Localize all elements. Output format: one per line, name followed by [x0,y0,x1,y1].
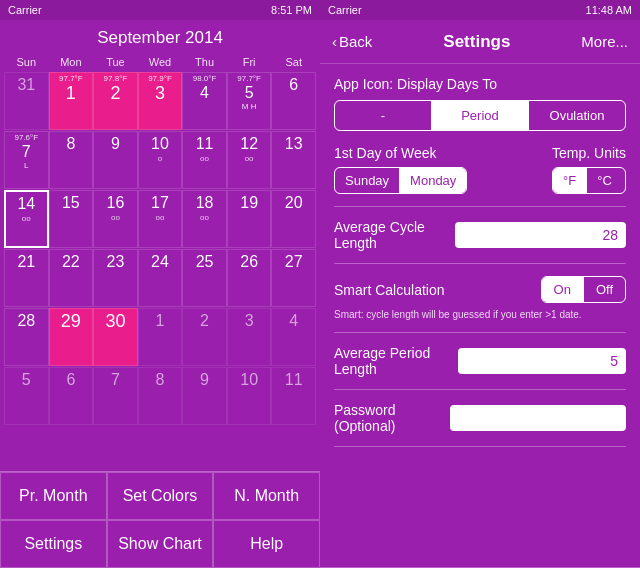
cycle-length-input[interactable] [455,222,626,248]
calendar-day[interactable]: 21 [4,249,49,307]
day-number: 9 [111,134,120,153]
app-icon-dash-btn[interactable]: - [335,101,432,130]
calendar-day[interactable]: 1 [138,308,183,366]
calendar-day[interactable]: 98.0°F4 [182,72,227,130]
calendar-day[interactable]: 13 [271,131,316,189]
calendar-day[interactable]: 24 [138,249,183,307]
week-label: 1st Day of Week Sunday Monday [334,145,467,194]
calendar-day[interactable]: 16oo [93,190,138,248]
calendar-day[interactable]: 19 [227,190,272,248]
calendar-day[interactable]: 6 [49,367,94,425]
calendar-day[interactable]: 97.9°F3 [138,72,183,130]
calendar-day[interactable]: 14oo [4,190,49,248]
calendar-day[interactable]: 25 [182,249,227,307]
day-dots: oo [156,213,165,222]
calendar-day[interactable]: 2 [182,308,227,366]
monday-btn[interactable]: Monday [400,168,466,193]
calendar-day[interactable]: 7 [93,367,138,425]
smart-off-btn[interactable]: Off [584,277,625,302]
period-length-input[interactable] [458,348,626,374]
calendar-day[interactable]: 97.8°F2 [93,72,138,130]
day-number: 26 [240,252,258,271]
calendar-day[interactable]: 97.7°F1 [49,72,94,130]
calendar-day[interactable]: 30 [93,308,138,366]
day-number: 7 [111,370,120,389]
day-number: 8 [66,134,75,153]
calendar-day[interactable]: 15 [49,190,94,248]
smart-calc-row: Smart Calculation On Off [334,276,626,303]
calendar-day[interactable]: 4 [271,308,316,366]
day-temp: 98.0°F [193,75,217,83]
sunday-btn[interactable]: Sunday [335,168,400,193]
day-number: 2 [110,83,120,105]
calendar-day[interactable]: 10 [227,367,272,425]
calendar-day[interactable]: 6 [271,72,316,130]
calendar-week-1: 97.6°F7L8910o11oo12oo13 [4,131,316,189]
week-temp-row: 1st Day of Week Sunday Monday Temp. Unit… [334,145,626,194]
day-number: 14 [17,194,35,213]
period-length-row: Average Period Length [334,345,626,377]
calendar-day[interactable]: 8 [49,131,94,189]
calendar-week-3: 21222324252627 [4,249,316,307]
cycle-length-row: Average Cycle Length [334,219,626,251]
calendar-day[interactable]: 12oo [227,131,272,189]
calendar-day[interactable]: 3 [227,308,272,366]
calendar-day[interactable]: 23 [93,249,138,307]
smart-note: Smart: cycle length will be guessed if y… [334,309,626,320]
day-temp: 97.7°F [59,75,83,83]
calendar-day[interactable]: 18oo [182,190,227,248]
n-month-button[interactable]: N. Month [213,472,320,520]
calendar-day[interactable]: 27 [271,249,316,307]
more-button[interactable]: More... [581,33,628,50]
calendar-day[interactable]: 97.6°F7L [4,131,49,189]
day-number: 17 [151,193,169,212]
day-dots: oo [200,154,209,163]
day-number: 10 [240,370,258,389]
nav-bar: ‹ Back Settings More... [320,20,640,64]
day-number: 3 [155,83,165,105]
calendar-day[interactable]: 11 [271,367,316,425]
smart-on-btn[interactable]: On [542,277,584,302]
day-number: 28 [17,311,35,330]
calendar-day[interactable]: 9 [182,367,227,425]
help-button[interactable]: Help [213,520,320,568]
calendar-day[interactable]: 10o [138,131,183,189]
day-header-sun: Sun [4,54,49,70]
calendar-day[interactable]: 97.7°F5M H [227,72,272,130]
calendar-day[interactable]: 17oo [138,190,183,248]
calendar-day[interactable]: 29 [49,308,94,366]
day-number: 2 [200,311,209,330]
app-icon-period-btn[interactable]: Period [432,101,529,130]
back-button[interactable]: ‹ Back [332,33,372,50]
week-row-label: 1st Day of Week [334,145,467,161]
fahrenheit-btn[interactable]: °F [553,168,587,193]
show-chart-button[interactable]: Show Chart [107,520,214,568]
carrier-left: Carrier [8,4,42,16]
calendar-day[interactable]: 20 [271,190,316,248]
calendar-day[interactable]: 8 [138,367,183,425]
day-number: 6 [66,370,75,389]
settings-content: App Icon: Display Days To - Period Ovula… [320,64,640,567]
calendar-day[interactable]: 22 [49,249,94,307]
celsius-btn[interactable]: °C [587,168,622,193]
password-input[interactable] [450,405,626,431]
calendar-day[interactable]: 9 [93,131,138,189]
day-number: 12 [240,134,258,153]
day-number: 10 [151,134,169,153]
day-header-thu: Thu [182,54,227,70]
calendar-day[interactable]: 5 [4,367,49,425]
day-number: 22 [62,252,80,271]
calendar-day[interactable]: 26 [227,249,272,307]
left-panel: Carrier 8:51 PM September 2014 Sun Mon T… [0,0,320,568]
app-icon-ovulation-btn[interactable]: Ovulation [529,101,625,130]
calendar-day[interactable]: 28 [4,308,49,366]
day-number: 13 [285,134,303,153]
calendar-week-4: 2829301234 [4,308,316,366]
settings-button[interactable]: Settings [0,520,107,568]
calendar-day[interactable]: 11oo [182,131,227,189]
pr-month-button[interactable]: Pr. Month [0,472,107,520]
day-number: 20 [285,193,303,212]
set-colors-button[interactable]: Set Colors [107,472,214,520]
calendar-week-0: 3197.7°F197.8°F297.9°F398.0°F497.7°F5M H… [4,72,316,130]
calendar-day[interactable]: 31 [4,72,49,130]
